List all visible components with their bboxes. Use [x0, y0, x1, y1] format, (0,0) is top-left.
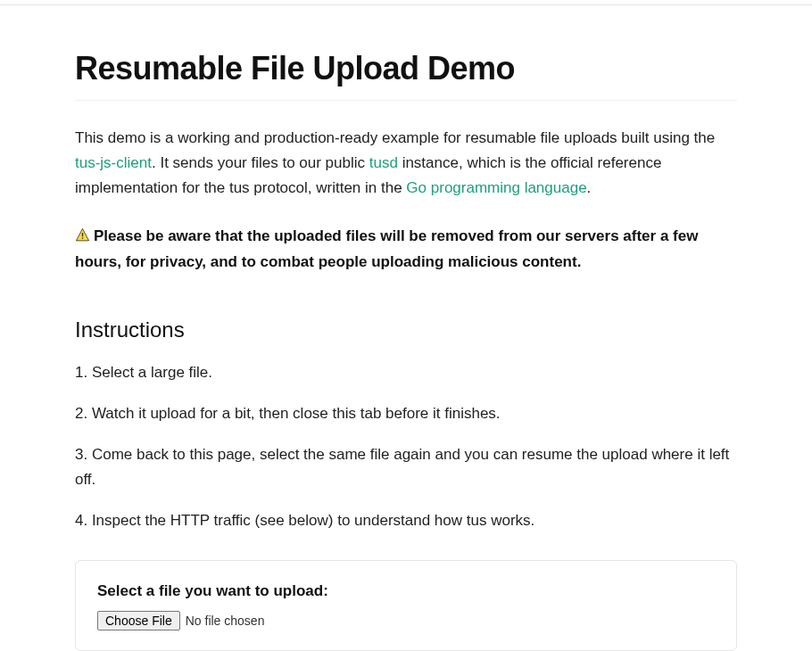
instructions-heading: Instructions [75, 317, 737, 342]
go-language-link[interactable]: Go programming language [406, 179, 586, 196]
file-input[interactable]: Choose File No file chosen [97, 611, 715, 630]
svg-rect-1 [82, 237, 83, 238]
warning-paragraph: Please be aware that the uploaded files … [75, 224, 737, 274]
tus-js-client-link[interactable]: tus-js-client [75, 154, 152, 171]
top-divider [0, 0, 812, 5]
intro-text-2: . It sends your files to our public [152, 154, 369, 171]
intro-text-1: This demo is a working and production-re… [75, 129, 715, 146]
step-1: 1. Select a large file. [75, 360, 737, 385]
intro-paragraph: This demo is a working and production-re… [75, 126, 737, 201]
warning-text: Please be aware that the uploaded files … [75, 227, 698, 270]
upload-label: Select a file you want to upload: [97, 582, 715, 600]
intro-text-4: . [587, 179, 592, 196]
step-4: 4. Inspect the HTTP traffic (see below) … [75, 508, 737, 533]
tusd-link[interactable]: tusd [369, 154, 398, 171]
main-container: Resumable File Upload Demo This demo is … [0, 50, 812, 651]
step-3: 3. Come back to this page, select the sa… [75, 442, 737, 492]
warning-icon [75, 226, 90, 250]
choose-file-button[interactable]: Choose File [97, 611, 180, 630]
file-chosen-status: No file chosen [186, 614, 265, 628]
upload-panel: Select a file you want to upload: Choose… [75, 560, 737, 651]
step-2: 2. Watch it upload for a bit, then close… [75, 401, 737, 426]
svg-rect-0 [82, 233, 83, 236]
page-title: Resumable File Upload Demo [75, 50, 737, 101]
